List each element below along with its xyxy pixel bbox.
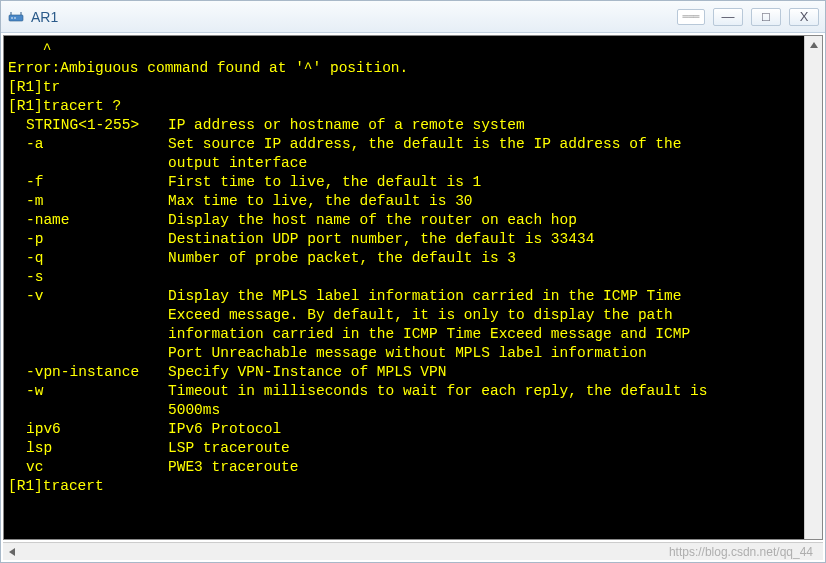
help-option-desc: Set source IP address, the default is th…: [168, 135, 800, 154]
help-option-key: -v: [8, 287, 168, 306]
help-option-key: vc: [8, 458, 168, 477]
close-button[interactable]: X: [789, 8, 819, 26]
help-option-desc: Max time to live, the default is 30: [168, 192, 800, 211]
help-option-key: -vpn-instance: [8, 363, 168, 382]
caret-marker: ^: [8, 40, 800, 59]
help-option-row: -vpn-instanceSpecify VPN-Instance of MPL…: [8, 363, 800, 382]
help-option-row: lspLSP traceroute: [8, 439, 800, 458]
help-option-key: -f: [8, 173, 168, 192]
window-title: AR1: [31, 9, 677, 25]
help-option-row: -aSet source IP address, the default is …: [8, 135, 800, 154]
help-option-key: ipv6: [8, 420, 168, 439]
help-option-key: -name: [8, 211, 168, 230]
help-option-desc: PWE3 traceroute: [168, 458, 800, 477]
watermark-text: https://blog.csdn.net/qq_44: [669, 545, 813, 559]
help-option-desc-cont: Port Unreachable message without MPLS la…: [8, 344, 800, 363]
help-option-key: lsp: [8, 439, 168, 458]
help-option-row: -qNumber of probe packet, the default is…: [8, 249, 800, 268]
help-option-desc: Number of probe packet, the default is 3: [168, 249, 800, 268]
help-option-row: -fFirst time to live, the default is 1: [8, 173, 800, 192]
maximize-button[interactable]: □: [751, 8, 781, 26]
help-option-row: -s: [8, 268, 800, 287]
help-option-row: -wTimeout in milliseconds to wait for ea…: [8, 382, 800, 401]
help-option-row: -nameDisplay the host name of the router…: [8, 211, 800, 230]
help-option-desc-cont: 5000ms: [8, 401, 800, 420]
prompt-line: [R1]tracert: [8, 477, 800, 496]
help-option-key: STRING<1-255>: [8, 116, 168, 135]
help-option-desc-cont: Exceed message. By default, it is only t…: [8, 306, 800, 325]
help-option-desc: Display the MPLS label information carri…: [168, 287, 800, 306]
help-option-key: -s: [8, 268, 168, 287]
help-option-desc: IPv6 Protocol: [168, 420, 800, 439]
window-options-icon[interactable]: ═══: [677, 9, 705, 25]
help-option-row: vcPWE3 traceroute: [8, 458, 800, 477]
app-window: AR1 ═══ — □ X ^Error:Ambiguous command f…: [0, 0, 826, 563]
help-option-desc: IP address or hostname of a remote syste…: [168, 116, 800, 135]
help-option-row: -vDisplay the MPLS label information car…: [8, 287, 800, 306]
window-controls: ═══ — □ X: [677, 8, 819, 26]
minimize-button[interactable]: —: [713, 8, 743, 26]
help-option-key: -p: [8, 230, 168, 249]
svg-point-2: [14, 17, 16, 19]
help-option-row: STRING<1-255>IP address or hostname of a…: [8, 116, 800, 135]
help-option-desc-cont: information carried in the ICMP Time Exc…: [8, 325, 800, 344]
horizontal-scrollbar[interactable]: https://blog.csdn.net/qq_44: [3, 542, 823, 560]
scroll-up-icon[interactable]: [805, 36, 822, 54]
help-option-row: ipv6IPv6 Protocol: [8, 420, 800, 439]
help-option-desc: Specify VPN-Instance of MPLS VPN: [168, 363, 800, 382]
help-option-desc-cont: output interface: [8, 154, 800, 173]
help-option-key: -w: [8, 382, 168, 401]
help-option-desc: Display the host name of the router on e…: [168, 211, 800, 230]
error-line: Error:Ambiguous command found at '^' pos…: [8, 59, 800, 78]
help-option-desc: First time to live, the default is 1: [168, 173, 800, 192]
help-option-key: -a: [8, 135, 168, 154]
help-option-row: -mMax time to live, the default is 30: [8, 192, 800, 211]
prompt-line: [R1]tr: [8, 78, 800, 97]
help-option-desc: LSP traceroute: [168, 439, 800, 458]
help-option-key: -m: [8, 192, 168, 211]
vertical-scrollbar[interactable]: [804, 36, 822, 539]
svg-rect-0: [9, 15, 23, 21]
help-option-desc: Timeout in milliseconds to wait for each…: [168, 382, 800, 401]
svg-point-1: [11, 17, 13, 19]
help-option-row: -pDestination UDP port number, the defau…: [8, 230, 800, 249]
terminal-output[interactable]: ^Error:Ambiguous command found at '^' po…: [4, 36, 804, 539]
help-option-desc: [168, 268, 800, 287]
router-icon: [7, 8, 25, 26]
scroll-left-icon[interactable]: [3, 543, 21, 560]
titlebar[interactable]: AR1 ═══ — □ X: [1, 1, 825, 33]
help-option-key: -q: [8, 249, 168, 268]
terminal-frame: ^Error:Ambiguous command found at '^' po…: [3, 35, 823, 540]
help-option-desc: Destination UDP port number, the default…: [168, 230, 800, 249]
prompt-line: [R1]tracert ?: [8, 97, 800, 116]
